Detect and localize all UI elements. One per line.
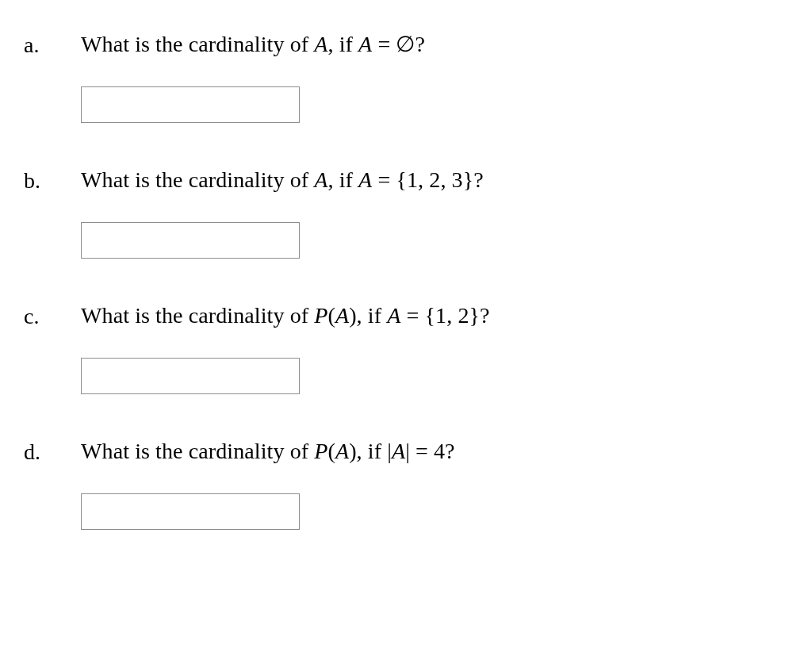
prompt-pre: What is the cardinality of xyxy=(81,439,314,463)
prompt-subject: P(A) xyxy=(314,439,356,463)
prompt-post: ? xyxy=(480,303,490,328)
question-body: What is the cardinality of A, if A = ∅? xyxy=(81,30,788,142)
question-label: a. xyxy=(24,30,81,59)
question-prompt: What is the cardinality of A, if A = {1,… xyxy=(81,166,788,194)
question-label: c. xyxy=(24,301,81,330)
question-prompt: What is the cardinality of P(A), if A = … xyxy=(81,301,788,329)
prompt-condition: A = {1, 2, 3} xyxy=(358,167,473,192)
prompt-condition: A = {1, 2} xyxy=(387,303,480,328)
prompt-subject: A xyxy=(314,167,327,192)
question-c: c. What is the cardinality of P(A), if A… xyxy=(24,301,788,413)
prompt-pre: What is the cardinality of xyxy=(81,32,314,56)
answer-input-a[interactable] xyxy=(81,86,300,123)
prompt-pre: What is the cardinality of xyxy=(81,167,314,192)
prompt-mid: , if xyxy=(357,303,388,328)
answer-input-d[interactable] xyxy=(81,493,300,530)
question-list: a. What is the cardinality of A, if A = … xyxy=(0,0,812,597)
prompt-subject: A xyxy=(314,32,327,56)
prompt-post: ? xyxy=(445,439,455,463)
question-a: a. What is the cardinality of A, if A = … xyxy=(24,30,788,142)
question-d: d. What is the cardinality of P(A), if |… xyxy=(24,437,788,549)
prompt-mid: , if xyxy=(328,167,359,192)
prompt-post: ? xyxy=(473,167,484,192)
question-label: b. xyxy=(24,166,81,194)
question-body: What is the cardinality of P(A), if A = … xyxy=(81,301,788,413)
answer-input-b[interactable] xyxy=(81,222,300,259)
question-b: b. What is the cardinality of A, if A = … xyxy=(24,166,788,278)
question-prompt: What is the cardinality of A, if A = ∅? xyxy=(81,30,788,58)
question-body: What is the cardinality of P(A), if |A| … xyxy=(81,437,788,549)
prompt-condition: A = ∅ xyxy=(358,32,415,56)
answer-input-c[interactable] xyxy=(81,358,300,394)
question-label: d. xyxy=(24,437,81,466)
prompt-subject: P(A) xyxy=(314,303,356,328)
prompt-pre: What is the cardinality of xyxy=(81,303,314,328)
prompt-mid: , if xyxy=(328,32,359,56)
prompt-post: ? xyxy=(416,32,426,56)
prompt-condition: |A| = 4 xyxy=(387,439,445,463)
question-prompt: What is the cardinality of P(A), if |A| … xyxy=(81,437,788,465)
question-body: What is the cardinality of A, if A = {1,… xyxy=(81,166,788,278)
prompt-mid: , if xyxy=(357,439,388,463)
